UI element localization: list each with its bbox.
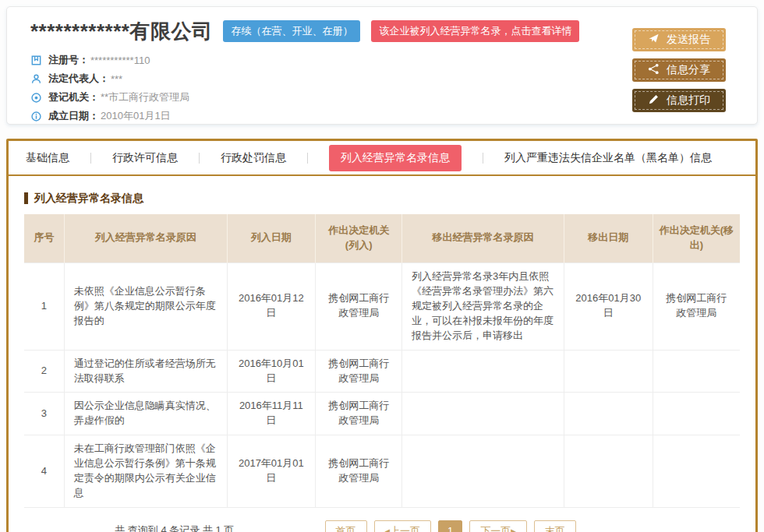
col-header-removal-authority: 作出决定机关(移出) <box>653 214 740 262</box>
tab-blacklist[interactable]: 列入严重违法失信企业名单（黑名单）信息 <box>504 151 712 165</box>
next-page-button[interactable]: 下一页▸ <box>469 520 527 532</box>
send-report-button[interactable]: 发送报告 <box>632 28 726 51</box>
col-header-removal-date: 移出日期 <box>564 214 653 262</box>
cell-removal-date <box>564 350 653 393</box>
cell-removal-reason <box>402 435 564 508</box>
cell-inclusion-date: 2016年11月11日 <box>227 393 316 435</box>
current-page-button[interactable]: 1 <box>438 520 462 532</box>
registration-number-value: ***********110 <box>90 55 150 66</box>
tab-divider <box>199 153 200 164</box>
tab-divider <box>307 153 308 164</box>
paper-plane-icon <box>648 33 660 47</box>
cell-removal-authority <box>653 435 740 508</box>
cell-inclusion-date: 2016年01月12日 <box>227 262 316 350</box>
abnormal-alert-badge[interactable]: 该企业被列入经营异常名录，点击查看详情 <box>371 20 579 42</box>
company-header-card: ************有限公司 存续（在营、开业、在册） 该企业被列入经营异常… <box>6 6 758 125</box>
cell-removal-reason <box>402 393 564 435</box>
company-name-row: ************有限公司 存续（在营、开业、在册） 该企业被列入经营异常… <box>30 19 734 43</box>
print-info-label: 信息打印 <box>667 93 710 107</box>
info-icon <box>30 111 42 122</box>
action-buttons: 发送报告 信息分享 信息打印 <box>632 28 726 119</box>
share-icon <box>648 63 660 77</box>
cell-inclusion-authority: 携创网工商行政管理局 <box>316 393 402 435</box>
cell-inclusion-reason: 未依照《企业信息公示暂行条例》第八条规定的期限公示年度报告的 <box>64 262 227 350</box>
panel-content: 列入经营异常名录信息 序号 列入经营异常名录原因 列入日期 作出决定机关(列入)… <box>9 176 755 532</box>
cell-removal-reason <box>402 350 564 393</box>
cell-removal-date: 2016年01月30日 <box>564 262 653 350</box>
registration-authority-value: **市工商行政管理局 <box>101 90 189 104</box>
cell-removal-authority <box>653 350 740 393</box>
col-header-inclusion-authority: 作出决定机关(列入) <box>316 214 402 262</box>
registration-number-row: 注册号： ***********110 <box>30 51 734 69</box>
col-header-removal-reason: 移出经营异常名录原因 <box>402 214 564 262</box>
cell-inclusion-date: 2016年10月01日 <box>227 350 316 393</box>
registration-authority-label: 登记机关： <box>48 90 99 104</box>
share-info-label: 信息分享 <box>667 63 710 77</box>
tab-abnormal-operations[interactable]: 列入经营异常名录信息 <box>329 145 462 171</box>
col-header-index: 序号 <box>24 214 64 262</box>
send-report-label: 发送报告 <box>667 33 710 47</box>
tab-divider <box>483 153 483 164</box>
col-header-inclusion-date: 列入日期 <box>227 214 316 262</box>
tab-basic-info[interactable]: 基础信息 <box>26 151 69 165</box>
cell-inclusion-date: 2017年01月01日 <box>227 435 316 508</box>
section-title: 列入经营异常名录信息 <box>24 192 740 204</box>
prev-page-button[interactable]: ◂上一页 <box>374 520 432 532</box>
cell-inclusion-authority: 携创网工商行政管理局 <box>316 262 402 350</box>
cell-removal-reason: 列入经营异常名录3年内且依照《经营异常名录管理办法》第六规定被列入经营异常名录的… <box>402 262 564 350</box>
legal-representative-row: 法定代表人： *** <box>30 69 734 88</box>
establishment-date-value: 2010年01月1日 <box>101 109 171 123</box>
cell-removal-authority <box>653 393 740 435</box>
cell-inclusion-authority: 携创网工商行政管理局 <box>316 435 402 508</box>
certificate-icon <box>30 55 42 66</box>
table-row: 2 通过登记的住所或者经营场所无法取得联系 2016年10月01日 携创网工商行… <box>24 350 740 393</box>
cell-inclusion-reason: 因公示企业信息隐瞒真实情况、弄虚作假的 <box>64 393 227 435</box>
main-panel: 基础信息 行政许可信息 行政处罚信息 列入经营异常名录信息 列入严重违法失信企业… <box>6 139 758 532</box>
cell-index: 3 <box>24 393 64 435</box>
location-icon <box>30 92 42 104</box>
table-row: 3 因公示企业信息隐瞒真实情况、弄虚作假的 2016年11月11日 携创网工商行… <box>24 393 740 435</box>
cell-index: 1 <box>24 262 64 350</box>
tab-administrative-license[interactable]: 行政许可信息 <box>112 151 178 165</box>
print-info-button[interactable]: 信息打印 <box>632 89 726 112</box>
record-count-summary: 共 查询到 4 条记录 共 1 页 <box>24 523 325 532</box>
status-badge: 存续（在营、开业、在册） <box>223 20 360 42</box>
cell-inclusion-authority: 携创网工商行政管理局 <box>316 350 402 393</box>
abnormal-operations-table: 序号 列入经营异常名录原因 列入日期 作出决定机关(列入) 移出经营异常名录原因… <box>24 214 740 508</box>
table-header-row: 序号 列入经营异常名录原因 列入日期 作出决定机关(列入) 移出经营异常名录原因… <box>24 214 740 262</box>
pager: 首页 ◂上一页 1 下一页▸ 末页 <box>325 520 576 532</box>
first-page-button[interactable]: 首页 <box>325 520 367 532</box>
cell-removal-authority: 携创网工商行政管理局 <box>653 262 740 350</box>
table-row: 1 未依照《企业信息公示暂行条例》第八条规定的期限公示年度报告的 2016年01… <box>24 262 740 350</box>
company-name: ************有限公司 <box>30 19 212 43</box>
tab-bar: 基础信息 行政许可信息 行政处罚信息 列入经营异常名录信息 列入严重违法失信企业… <box>9 141 755 176</box>
col-header-inclusion-reason: 列入经营异常名录原因 <box>64 214 227 262</box>
cell-inclusion-reason: 通过登记的住所或者经营场所无法取得联系 <box>64 350 227 393</box>
registration-authority-row: 登记机关： **市工商行政管理局 <box>30 88 734 107</box>
cell-removal-date <box>564 393 653 435</box>
tab-divider <box>90 153 91 164</box>
cell-index: 4 <box>24 435 64 508</box>
establishment-date-row: 成立日期： 2010年01月1日 <box>30 107 734 125</box>
legal-representative-value: *** <box>111 73 122 85</box>
registration-number-label: 注册号： <box>48 53 89 67</box>
table-row: 4 未在工商行政管理部门依照《企业信息公示暂行条例》第十条规定责令的期限内公示有… <box>24 435 740 508</box>
cell-removal-date <box>564 435 653 508</box>
person-icon <box>30 73 42 85</box>
company-info-list: 注册号： ***********110 法定代表人： *** 登记机关： **市… <box>30 51 734 125</box>
establishment-date-label: 成立日期： <box>48 109 99 123</box>
last-page-button[interactable]: 末页 <box>534 520 576 532</box>
pencil-icon <box>648 93 660 107</box>
cell-inclusion-reason: 未在工商行政管理部门依照《企业信息公示暂行条例》第十条规定责令的期限内公示有关企… <box>64 435 227 508</box>
cell-index: 2 <box>24 350 64 393</box>
share-info-button[interactable]: 信息分享 <box>632 58 726 82</box>
pagination-row: 共 查询到 4 条记录 共 1 页 首页 ◂上一页 1 下一页▸ 末页 <box>24 519 740 532</box>
legal-representative-label: 法定代表人： <box>48 72 109 86</box>
tab-administrative-penalty[interactable]: 行政处罚信息 <box>221 151 286 165</box>
